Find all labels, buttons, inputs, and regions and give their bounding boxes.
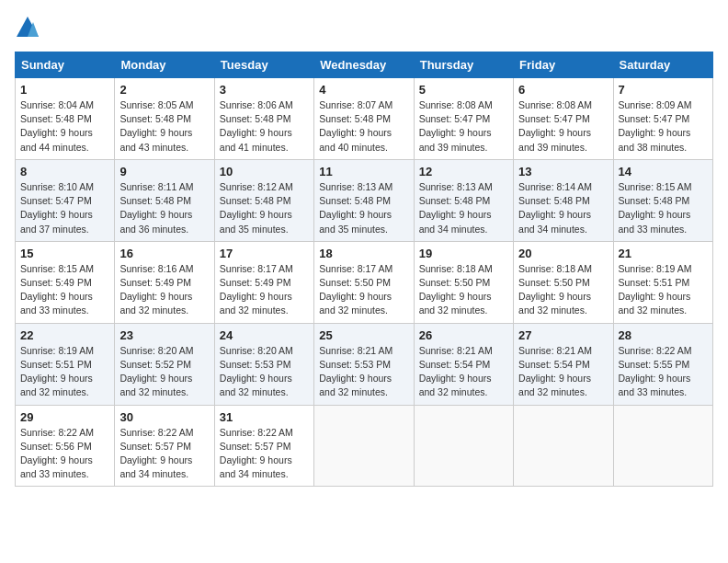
day-detail: Sunrise: 8:22 AMSunset: 5:55 PMDaylight:… [619, 345, 692, 398]
day-number: 31 [220, 410, 309, 424]
day-cell: 5 Sunrise: 8:08 AMSunset: 5:47 PMDayligh… [414, 78, 513, 160]
day-cell: 17 Sunrise: 8:17 AMSunset: 5:49 PMDaylig… [214, 241, 313, 323]
day-number: 12 [419, 165, 508, 178]
day-cell [314, 405, 414, 487]
week-row-5: 29 Sunrise: 8:22 AMSunset: 5:56 PMDaylig… [16, 405, 713, 487]
day-number: 3 [220, 83, 309, 97]
day-cell: 23 Sunrise: 8:20 AMSunset: 5:52 PMDaylig… [115, 323, 214, 405]
day-detail: Sunrise: 8:06 AMSunset: 5:48 PMDaylight:… [220, 99, 293, 153]
day-number: 5 [419, 83, 508, 97]
day-cell: 14 Sunrise: 8:15 AMSunset: 5:48 PMDaylig… [613, 159, 712, 241]
day-detail: Sunrise: 8:12 AMSunset: 5:48 PMDaylight:… [220, 181, 293, 235]
day-number: 9 [119, 165, 209, 178]
day-cell: 8 Sunrise: 8:10 AMSunset: 5:47 PMDayligh… [16, 159, 115, 241]
day-detail: Sunrise: 8:08 AMSunset: 5:47 PMDaylight:… [419, 99, 493, 153]
day-cell: 3 Sunrise: 8:06 AMSunset: 5:48 PMDayligh… [214, 78, 313, 160]
day-number: 21 [619, 247, 708, 260]
day-detail: Sunrise: 8:15 AMSunset: 5:49 PMDaylight:… [20, 263, 94, 316]
day-number: 30 [119, 410, 209, 424]
day-detail: Sunrise: 8:05 AMSunset: 5:48 PMDaylight:… [119, 99, 193, 153]
day-cell: 15 Sunrise: 8:15 AMSunset: 5:49 PMDaylig… [16, 241, 115, 323]
day-header-thursday: Thursday [414, 52, 513, 78]
day-number: 19 [419, 247, 508, 260]
day-detail: Sunrise: 8:22 AMSunset: 5:56 PMDaylight:… [20, 427, 94, 480]
day-number: 25 [319, 328, 408, 342]
day-cell: 29 Sunrise: 8:22 AMSunset: 5:56 PMDaylig… [16, 405, 115, 487]
day-detail: Sunrise: 8:22 AMSunset: 5:57 PMDaylight:… [220, 427, 293, 480]
day-cell: 1 Sunrise: 8:04 AMSunset: 5:48 PMDayligh… [16, 78, 115, 160]
day-detail: Sunrise: 8:21 AMSunset: 5:54 PMDaylight:… [518, 345, 592, 398]
day-number: 1 [20, 83, 109, 97]
day-header-wednesday: Wednesday [314, 52, 414, 78]
day-number: 28 [619, 328, 708, 342]
day-detail: Sunrise: 8:14 AMSunset: 5:48 PMDaylight:… [518, 181, 592, 235]
day-detail: Sunrise: 8:21 AMSunset: 5:54 PMDaylight:… [419, 345, 493, 398]
week-row-3: 15 Sunrise: 8:15 AMSunset: 5:49 PMDaylig… [16, 241, 713, 323]
day-number: 27 [518, 328, 608, 342]
day-cell: 9 Sunrise: 8:11 AMSunset: 5:48 PMDayligh… [115, 159, 214, 241]
day-cell: 20 Sunrise: 8:18 AMSunset: 5:50 PMDaylig… [514, 241, 613, 323]
day-cell: 25 Sunrise: 8:21 AMSunset: 5:53 PMDaylig… [314, 323, 414, 405]
day-header-saturday: Saturday [613, 52, 712, 78]
day-detail: Sunrise: 8:04 AMSunset: 5:48 PMDaylight:… [20, 99, 94, 153]
day-detail: Sunrise: 8:18 AMSunset: 5:50 PMDaylight:… [419, 263, 493, 316]
day-detail: Sunrise: 8:19 AMSunset: 5:51 PMDaylight:… [20, 345, 94, 398]
day-detail: Sunrise: 8:15 AMSunset: 5:48 PMDaylight:… [619, 181, 692, 235]
day-number: 11 [319, 165, 408, 178]
week-row-1: 1 Sunrise: 8:04 AMSunset: 5:48 PMDayligh… [16, 78, 713, 160]
day-number: 10 [220, 165, 309, 178]
day-cell: 31 Sunrise: 8:22 AMSunset: 5:57 PMDaylig… [214, 405, 313, 487]
day-number: 22 [20, 328, 109, 342]
day-header-friday: Friday [514, 52, 613, 78]
day-number: 13 [518, 165, 608, 178]
day-cell: 18 Sunrise: 8:17 AMSunset: 5:50 PMDaylig… [314, 241, 414, 323]
day-number: 2 [119, 83, 209, 97]
day-detail: Sunrise: 8:21 AMSunset: 5:53 PMDaylight:… [319, 345, 392, 398]
day-detail: Sunrise: 8:22 AMSunset: 5:57 PMDaylight:… [119, 427, 193, 480]
day-detail: Sunrise: 8:18 AMSunset: 5:50 PMDaylight:… [518, 263, 592, 316]
day-number: 23 [119, 328, 209, 342]
day-detail: Sunrise: 8:11 AMSunset: 5:48 PMDaylight:… [119, 181, 193, 235]
day-number: 24 [220, 328, 309, 342]
day-number: 4 [319, 83, 408, 97]
day-cell: 27 Sunrise: 8:21 AMSunset: 5:54 PMDaylig… [514, 323, 613, 405]
day-cell: 6 Sunrise: 8:08 AMSunset: 5:47 PMDayligh… [514, 78, 613, 160]
day-detail: Sunrise: 8:08 AMSunset: 5:47 PMDaylight:… [518, 99, 592, 153]
day-cell: 21 Sunrise: 8:19 AMSunset: 5:51 PMDaylig… [613, 241, 712, 323]
day-cell: 16 Sunrise: 8:16 AMSunset: 5:49 PMDaylig… [115, 241, 214, 323]
day-detail: Sunrise: 8:10 AMSunset: 5:47 PMDaylight:… [20, 181, 94, 235]
day-cell [514, 405, 613, 487]
day-number: 6 [518, 83, 608, 97]
day-detail: Sunrise: 8:13 AMSunset: 5:48 PMDaylight:… [319, 181, 392, 235]
day-cell: 19 Sunrise: 8:18 AMSunset: 5:50 PMDaylig… [414, 241, 513, 323]
day-cell: 13 Sunrise: 8:14 AMSunset: 5:48 PMDaylig… [514, 159, 613, 241]
day-cell: 7 Sunrise: 8:09 AMSunset: 5:47 PMDayligh… [613, 78, 712, 160]
day-cell: 11 Sunrise: 8:13 AMSunset: 5:48 PMDaylig… [314, 159, 414, 241]
logo-icon [15, 15, 40, 40]
day-header-sunday: Sunday [16, 52, 115, 78]
day-cell: 10 Sunrise: 8:12 AMSunset: 5:48 PMDaylig… [214, 159, 313, 241]
day-cell: 4 Sunrise: 8:07 AMSunset: 5:48 PMDayligh… [314, 78, 414, 160]
day-header-tuesday: Tuesday [214, 52, 313, 78]
day-detail: Sunrise: 8:09 AMSunset: 5:47 PMDaylight:… [619, 99, 692, 153]
day-cell: 26 Sunrise: 8:21 AMSunset: 5:54 PMDaylig… [414, 323, 513, 405]
logo [15, 15, 44, 40]
day-cell: 22 Sunrise: 8:19 AMSunset: 5:51 PMDaylig… [16, 323, 115, 405]
day-number: 20 [518, 247, 608, 260]
day-number: 7 [619, 83, 708, 97]
week-row-4: 22 Sunrise: 8:19 AMSunset: 5:51 PMDaylig… [16, 323, 713, 405]
day-detail: Sunrise: 8:19 AMSunset: 5:51 PMDaylight:… [619, 263, 692, 316]
day-cell: 28 Sunrise: 8:22 AMSunset: 5:55 PMDaylig… [613, 323, 712, 405]
day-number: 29 [20, 410, 109, 424]
day-number: 8 [20, 165, 109, 178]
day-detail: Sunrise: 8:16 AMSunset: 5:49 PMDaylight:… [119, 263, 193, 316]
day-cell [613, 405, 712, 487]
day-cell: 2 Sunrise: 8:05 AMSunset: 5:48 PMDayligh… [115, 78, 214, 160]
day-number: 26 [419, 328, 508, 342]
week-row-2: 8 Sunrise: 8:10 AMSunset: 5:47 PMDayligh… [16, 159, 713, 241]
day-number: 15 [20, 247, 109, 260]
day-detail: Sunrise: 8:07 AMSunset: 5:48 PMDaylight:… [319, 99, 392, 153]
day-number: 14 [619, 165, 708, 178]
day-detail: Sunrise: 8:20 AMSunset: 5:53 PMDaylight:… [220, 345, 293, 398]
day-number: 16 [119, 247, 209, 260]
